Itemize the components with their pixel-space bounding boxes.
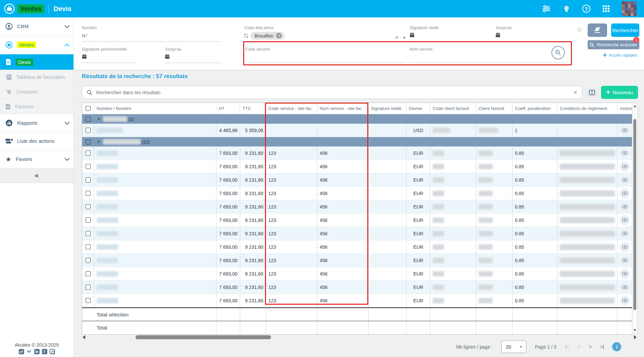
view-row-button[interactable]: [620, 175, 630, 185]
scroll-down-icon[interactable]: [634, 329, 636, 332]
table-row[interactable]: 7 693,009 231,60123456EUR0.85: [82, 254, 632, 267]
filter-chip-brouillon[interactable]: Brouillon ✕: [251, 32, 284, 40]
sidebar-collapse-button[interactable]: «: [0, 168, 73, 183]
collapse-group-icon[interactable]: ▼: [97, 140, 100, 143]
view-row-button[interactable]: [620, 282, 630, 292]
nouveau-button[interactable]: + Nouveau: [601, 86, 638, 99]
row-checkbox[interactable]: [86, 191, 91, 196]
column-settings-button[interactable]: [586, 87, 598, 98]
row-checkbox[interactable]: [86, 164, 91, 169]
table-row[interactable]: 7 693,009 231,60123456EUR0.85: [82, 294, 632, 307]
app-logo-icon[interactable]: [4, 3, 15, 14]
table-row[interactable]: 7 693,009 231,60123456EUR0.85: [82, 227, 632, 240]
table-row[interactable]: 7 693,009 231,60123456EUR0.85: [82, 160, 632, 173]
lightbulb-icon[interactable]: [562, 4, 571, 13]
per-page-select[interactable]: 20 ▾: [501, 341, 526, 353]
results-search-input[interactable]: [96, 90, 569, 95]
calendar-icon[interactable]: [495, 33, 500, 38]
nom-service-input[interactable]: [409, 54, 567, 60]
view-row-button[interactable]: [620, 269, 630, 279]
calendar-icon[interactable]: [410, 33, 415, 38]
info-icon[interactable]: i: [612, 342, 621, 351]
bluesky-icon[interactable]: [26, 349, 32, 354]
table-row[interactable]: 7 693,009 231,60123456EUR0.85: [82, 146, 632, 160]
row-checkbox[interactable]: [86, 218, 91, 223]
view-row-button[interactable]: [620, 188, 630, 198]
row-checkbox[interactable]: [86, 298, 91, 303]
code-service-input[interactable]: [245, 54, 406, 60]
rechercher-button[interactable]: Rechercher: [611, 23, 639, 37]
scroll-right-icon[interactable]: [634, 335, 637, 339]
row-checkbox[interactable]: [86, 204, 91, 209]
linkedin-icon[interactable]: in: [34, 349, 40, 354]
row-checkbox[interactable]: [86, 139, 91, 144]
view-row-button[interactable]: [620, 148, 630, 158]
view-row-button[interactable]: [620, 296, 630, 306]
table-row[interactable]: 7 693,009 231,60123456EUR0.85: [82, 187, 632, 200]
sidebar-item-liste-actions[interactable]: Liste des actions: [0, 132, 73, 150]
row-checkbox[interactable]: [86, 177, 91, 182]
table-row[interactable]: 4 465,885 359,06USD1: [82, 124, 632, 137]
vertical-scroll-thumb[interactable]: [633, 119, 636, 310]
clear-search-icon[interactable]: ✕: [573, 90, 577, 95]
chip-remove-icon[interactable]: ✕: [276, 33, 282, 39]
facebook-icon[interactable]: f: [42, 349, 47, 354]
last-page-button[interactable]: >|: [600, 344, 603, 350]
view-row-button[interactable]: [620, 242, 630, 252]
view-row-button[interactable]: [620, 229, 630, 239]
view-row-button[interactable]: [620, 215, 630, 225]
row-checkbox[interactable]: [86, 271, 91, 276]
table-row[interactable]: 7 693,009 231,60123456EUR0.85: [82, 214, 632, 227]
first-page-button[interactable]: |<: [565, 344, 569, 350]
group-header-row[interactable]: ▼(12): [82, 137, 632, 146]
instagram-icon[interactable]: [50, 349, 55, 354]
scroll-left-icon[interactable]: [83, 335, 85, 339]
calendar-icon[interactable]: [165, 54, 170, 59]
view-row-button[interactable]: [620, 255, 630, 265]
sidebar-item-livraisons[interactable]: Livraisons: [0, 84, 73, 99]
clear-filters-button[interactable]: [588, 23, 607, 37]
row-checkbox[interactable]: [86, 231, 91, 236]
clear-field-icon[interactable]: ✕: [395, 35, 399, 40]
row-checkbox[interactable]: [86, 285, 91, 290]
apps-grid-icon[interactable]: [602, 4, 610, 13]
row-checkbox[interactable]: [86, 106, 91, 111]
acces-rapides-link[interactable]: Accès rapides: [603, 53, 637, 58]
horizontal-scroll-thumb[interactable]: [136, 335, 271, 339]
sidebar-item-favoris[interactable]: ★ Favoris: [0, 150, 73, 168]
sidebar-item-ventes[interactable]: Ventes: [0, 36, 73, 54]
table-row[interactable]: 7 693,009 231,60123456EUR0.85: [82, 240, 632, 254]
sliders-icon[interactable]: [542, 4, 551, 13]
vertical-scrollbar[interactable]: [632, 103, 638, 334]
sidebar-item-factures[interactable]: Factures: [0, 99, 73, 114]
avatar[interactable]: [622, 1, 637, 16]
table-row[interactable]: 7 693,009 231,60123456EUR0.85: [82, 267, 632, 281]
sidebar-item-tableaux-facturation[interactable]: Tableaux de facturation: [0, 70, 73, 84]
prev-page-button[interactable]: <: [577, 344, 580, 350]
numero-input[interactable]: [82, 33, 221, 39]
view-row-button[interactable]: [620, 162, 630, 172]
sidebar-item-crm[interactable]: CRM: [0, 17, 73, 36]
view-row-button[interactable]: [620, 125, 630, 135]
row-checkbox[interactable]: [86, 258, 91, 263]
group-header-row[interactable]: ▼(1): [82, 114, 632, 124]
table-row[interactable]: 7 693,009 231,60123456EUR0.85: [82, 200, 632, 214]
view-row-button[interactable]: [620, 202, 630, 212]
row-checkbox[interactable]: [86, 128, 91, 133]
table-row[interactable]: 7 693,009 231,60123456EUR0.85: [82, 281, 632, 294]
row-checkbox[interactable]: [86, 151, 91, 156]
recherche-avancee-button[interactable]: Recherche avancée: [588, 40, 639, 49]
next-page-button[interactable]: >: [589, 344, 591, 350]
sidebar-item-rapports[interactable]: Rapports: [0, 114, 73, 132]
help-icon[interactable]: ?: [582, 5, 590, 13]
scroll-up-icon[interactable]: [634, 105, 636, 107]
dropdown-caret-icon[interactable]: ▾: [403, 36, 405, 40]
sidebar-item-devis[interactable]: Devis: [0, 54, 73, 70]
favorite-search-star-icon[interactable]: ☆: [576, 25, 583, 34]
row-checkbox[interactable]: [86, 117, 91, 122]
share-icon[interactable]: [19, 349, 24, 354]
collapse-search-panel-button[interactable]: [551, 46, 565, 59]
table-row[interactable]: 7 693,009 231,60123456EUR0.85: [82, 173, 632, 187]
row-checkbox[interactable]: [86, 244, 91, 249]
calendar-icon[interactable]: [82, 54, 87, 59]
